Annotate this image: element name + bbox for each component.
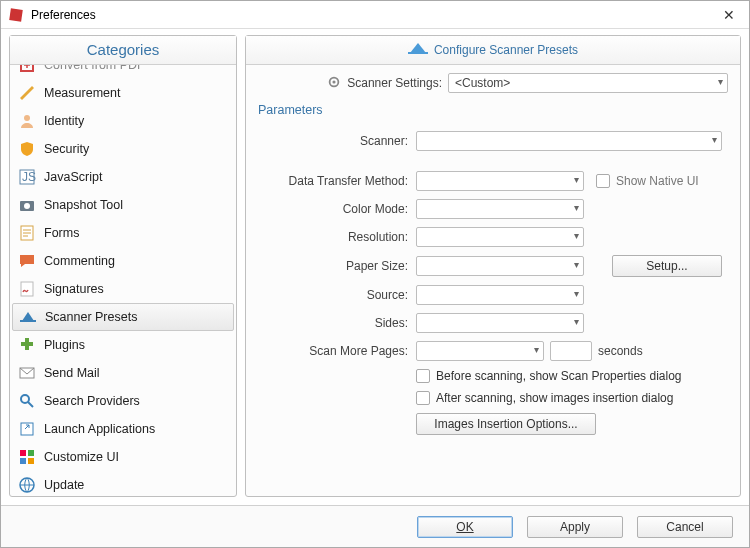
app-icon <box>7 6 25 24</box>
svg-rect-14 <box>28 450 34 456</box>
panel-header: Configure Scanner Presets <box>246 36 740 65</box>
globe-icon <box>18 476 36 494</box>
sides-combo[interactable] <box>416 313 584 333</box>
images-insertion-options-button[interactable]: Images Insertion Options... <box>416 413 596 435</box>
scanner-settings-combo[interactable]: <Custom> <box>448 73 728 93</box>
sidebar-item-commenting[interactable]: Commenting <box>10 247 236 275</box>
gear-icon <box>327 75 341 92</box>
camera-icon <box>18 196 36 214</box>
sidebar-item-security[interactable]: Security <box>10 135 236 163</box>
sidebar-item-plugins[interactable]: Plugins <box>10 331 236 359</box>
shield-icon <box>18 140 36 158</box>
svg-rect-9 <box>20 320 36 322</box>
svg-rect-13 <box>20 450 26 456</box>
svg-rect-0 <box>9 8 23 22</box>
label-resolution: Resolution: <box>256 230 416 244</box>
sidebar-item-label: Commenting <box>44 254 115 268</box>
categories-list[interactable]: Convert from PDFMeasurementIdentitySecur… <box>10 65 236 496</box>
sidebar-item-javascript[interactable]: JSJavaScript <box>10 163 236 191</box>
scanner-settings-label: Scanner Settings: <box>347 76 442 90</box>
signature-icon <box>18 280 36 298</box>
sidebar-item-label: Update <box>44 478 84 492</box>
sidebar-item-label: Plugins <box>44 338 85 352</box>
ui-icon <box>18 448 36 466</box>
main-panel: Configure Scanner Presets Scanner Settin… <box>245 35 741 497</box>
titlebar: Preferences ✕ <box>1 1 749 29</box>
label-scan-more: Scan More Pages: <box>256 344 416 358</box>
js-icon: JS <box>18 168 36 186</box>
sidebar-item-label: Forms <box>44 226 79 240</box>
svg-point-11 <box>21 395 29 403</box>
data-transfer-combo[interactable] <box>416 171 584 191</box>
label-after-scan: After scanning, show images insertion di… <box>436 391 673 405</box>
footer-buttons: OK Apply Cancel <box>1 505 749 547</box>
label-before-scan: Before scanning, show Scan Properties di… <box>436 369 681 383</box>
cancel-button[interactable]: Cancel <box>637 516 733 538</box>
identity-icon <box>18 112 36 130</box>
resolution-combo[interactable] <box>416 227 584 247</box>
sidebar-item-measurement[interactable]: Measurement <box>10 79 236 107</box>
sidebar-item-label: Signatures <box>44 282 104 296</box>
sidebar-item-label: Scanner Presets <box>45 310 137 324</box>
after-scan-checkbox[interactable] <box>416 391 430 405</box>
comment-icon <box>18 252 36 270</box>
sidebar-item-label: Send Mail <box>44 366 100 380</box>
scan-more-seconds-spinner[interactable] <box>550 341 592 361</box>
sidebar-item-label: Launch Applications <box>44 422 155 436</box>
close-button[interactable]: ✕ <box>715 5 743 25</box>
label-scanner: Scanner: <box>256 134 416 148</box>
sidebar-item-search-providers[interactable]: Search Providers <box>10 387 236 415</box>
sidebar-item-convert-from-pdf[interactable]: Convert from PDF <box>10 65 236 79</box>
paper-size-combo[interactable] <box>416 256 584 276</box>
label-source: Source: <box>256 288 416 302</box>
ruler-icon <box>18 84 36 102</box>
ok-button[interactable]: OK <box>417 516 513 538</box>
plugin-icon <box>18 336 36 354</box>
parameters-group-label: Parameters <box>246 101 740 123</box>
show-native-ui-checkbox[interactable] <box>596 174 610 188</box>
mail-icon <box>18 364 36 382</box>
source-combo[interactable] <box>416 285 584 305</box>
panel-title: Configure Scanner Presets <box>434 43 578 57</box>
setup-button[interactable]: Setup... <box>612 255 722 277</box>
sidebar-item-label: JavaScript <box>44 170 102 184</box>
sidebar-item-label: Identity <box>44 114 84 128</box>
categories-sidebar: Categories Convert from PDFMeasurementId… <box>9 35 237 497</box>
sidebar-item-label: Convert from PDF <box>44 65 145 72</box>
before-scan-checkbox[interactable] <box>416 369 430 383</box>
sidebar-item-label: Search Providers <box>44 394 140 408</box>
sidebar-item-launch-applications[interactable]: Launch Applications <box>10 415 236 443</box>
sidebar-item-identity[interactable]: Identity <box>10 107 236 135</box>
svg-rect-15 <box>20 458 26 464</box>
sidebar-item-send-mail[interactable]: Send Mail <box>10 359 236 387</box>
categories-header: Categories <box>10 36 236 65</box>
scan-more-combo[interactable] <box>416 341 544 361</box>
svg-rect-16 <box>28 458 34 464</box>
scanner-settings-value: <Custom> <box>455 76 510 90</box>
forms-icon <box>18 224 36 242</box>
color-mode-combo[interactable] <box>416 199 584 219</box>
search-icon <box>18 392 36 410</box>
sidebar-item-snapshot-tool[interactable]: Snapshot Tool <box>10 191 236 219</box>
sidebar-item-label: Measurement <box>44 86 120 100</box>
label-color-mode: Color Mode: <box>256 202 416 216</box>
scanner-combo[interactable] <box>416 131 722 151</box>
label-data-transfer: Data Transfer Method: <box>256 174 416 188</box>
convert-icon <box>18 65 36 74</box>
svg-rect-8 <box>21 282 33 296</box>
sidebar-item-update[interactable]: Update <box>10 471 236 496</box>
svg-point-20 <box>333 80 336 83</box>
apply-button[interactable]: Apply <box>527 516 623 538</box>
label-show-native-ui: Show Native UI <box>616 174 699 188</box>
sidebar-item-label: Snapshot Tool <box>44 198 123 212</box>
sidebar-item-scanner-presets[interactable]: Scanner Presets <box>12 303 234 331</box>
scanner-header-icon <box>408 41 428 58</box>
svg-point-6 <box>24 203 30 209</box>
svg-text:JS: JS <box>22 170 36 184</box>
label-seconds: seconds <box>598 344 643 358</box>
scanner-icon <box>19 308 37 326</box>
sidebar-item-label: Security <box>44 142 89 156</box>
sidebar-item-customize-ui[interactable]: Customize UI <box>10 443 236 471</box>
sidebar-item-signatures[interactable]: Signatures <box>10 275 236 303</box>
sidebar-item-forms[interactable]: Forms <box>10 219 236 247</box>
